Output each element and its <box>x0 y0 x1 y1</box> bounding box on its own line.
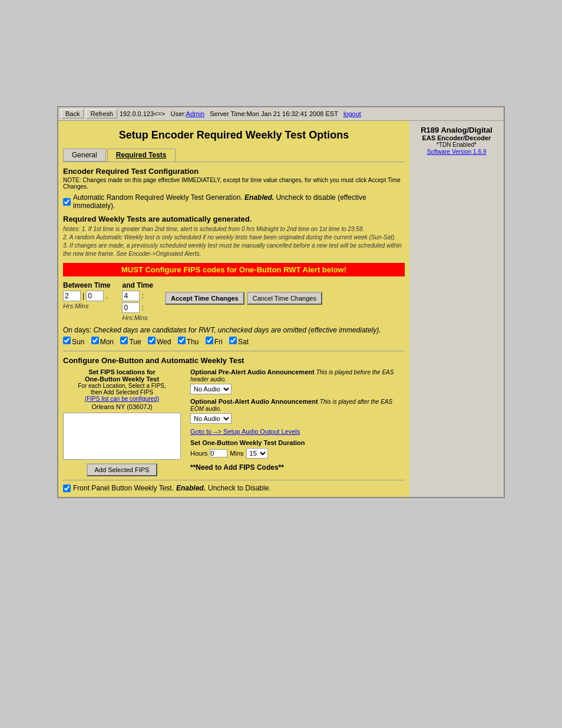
device-name: R189 Analog/Digital <box>414 126 499 134</box>
duration-mins-label: Mins <box>230 450 243 457</box>
front-panel-label: Front Panel Button Weekly Test. <box>73 484 174 492</box>
days-label: On days: <box>63 326 91 334</box>
page-title: Setup Encoder Required Weekly Test Optio… <box>63 126 405 145</box>
day-sat-checkbox[interactable] <box>229 337 237 344</box>
fips-location: Orleans NY (03607J) <box>63 403 181 410</box>
between-time-group: Between Time | . Hrs:Mins <box>63 281 110 309</box>
browser-url: 192.0.0.123<=> User:Admin Server Time:Mo… <box>120 110 361 117</box>
fips-config-link[interactable]: (FIPS list can be configured) <box>63 396 181 402</box>
and-time-group: and Time : : Hrs:Mins <box>122 281 153 321</box>
day-mon-label: Mon <box>91 338 116 346</box>
day-sun-label: Sun <box>63 338 87 346</box>
and-time-label: and Time <box>122 281 153 289</box>
front-panel-uncheck: Uncheck to Disable. <box>208 484 271 492</box>
fips-instruction: For each Location, Select a FIPS, <box>63 383 181 389</box>
device-sub: EAS Encoder/Decoder <box>414 134 499 141</box>
between-hrs-mins: Hrs:Mins <box>63 302 110 309</box>
rwt-title: Required Weekly Tests are automatically … <box>63 215 405 223</box>
user-link[interactable]: Admin <box>186 110 204 117</box>
tdn-status: *TDN Enabled* <box>414 141 499 148</box>
and-hrs-input[interactable] <box>122 291 140 301</box>
refresh-button[interactable]: Refresh <box>86 109 117 118</box>
fips-one-button: One-Button Weekly Test <box>63 375 181 383</box>
fips-section: Set FIPS locations for One-Button Weekly… <box>63 368 181 476</box>
add-fips-button[interactable]: Add Selected FIPS <box>87 463 158 476</box>
between-hrs-input[interactable] <box>63 291 81 301</box>
duration-inputs: Hours Mins 15 <box>190 448 405 459</box>
config-layout: Set FIPS locations for One-Button Weekly… <box>63 368 405 476</box>
day-tue-label: Tue <box>120 338 143 346</box>
auto-checkbox[interactable] <box>63 198 71 206</box>
logout-link[interactable]: logout <box>343 110 361 117</box>
front-panel-enabled: Enabled. <box>176 484 206 492</box>
day-fri-label: Fri <box>206 338 224 346</box>
duration-hours-input[interactable] <box>210 449 227 457</box>
fips-then: then Add Selected FIPS <box>63 389 181 396</box>
day-tue-checkbox[interactable] <box>120 337 128 344</box>
time-buttons: Accept Time Changes Cancel Time Changes <box>165 292 322 305</box>
config-note: NOTE: Changes made on this page effectiv… <box>63 177 405 190</box>
day-sat-label: Sat <box>229 338 249 346</box>
front-panel-row: Front Panel Button Weekly Test. Enabled.… <box>63 480 405 492</box>
day-mon-checkbox[interactable] <box>91 337 99 344</box>
tab-general[interactable]: General <box>63 149 106 162</box>
accept-time-button[interactable]: Accept Time Changes <box>165 292 244 305</box>
auto-label: Automatic Random Required Weekly Test Ge… <box>73 193 405 210</box>
audio-levels-link[interactable]: Goto to --> Setup Audio Output Levels <box>190 428 300 435</box>
needs-fips: **Need to Add FIPS Codes** <box>190 463 405 472</box>
and-hrs-mins: Hrs:Mins <box>122 314 153 321</box>
days-note: Checked days are candidates for RWT, unc… <box>93 326 381 334</box>
sidebar-right: R189 Analog/Digital EAS Encoder/Decoder … <box>409 121 504 497</box>
duration-row: Set One-Button Weekly Test Duration <box>190 439 405 446</box>
software-ver-link[interactable]: Software Version 1.6.9 <box>427 149 487 155</box>
day-wed-checkbox[interactable] <box>148 337 156 344</box>
duration-hours-label: Hours <box>190 450 207 457</box>
between-mins-input[interactable] <box>86 291 104 301</box>
and-mins-input[interactable] <box>122 302 140 313</box>
front-panel-checkbox[interactable] <box>63 485 71 492</box>
section-title: Encoder Required Test Configuration <box>63 167 405 176</box>
post-alert-label: Optional Post-Alert Audio Announcement T… <box>190 398 405 412</box>
tabs-row: General Required Tests <box>63 149 405 162</box>
config-title: Configure One-Button and Automatic Weekl… <box>63 356 405 365</box>
alert-banner: MUST Configure FIPS codes for One-Button… <box>63 263 405 276</box>
tab-required-tests[interactable]: Required Tests <box>107 149 176 162</box>
fips-listbox[interactable] <box>63 413 181 460</box>
days-row: On days: Checked days are candidates for… <box>63 326 405 346</box>
audio-section: Optional Pre-Alert Audio Announcement Th… <box>190 368 405 476</box>
auto-check-row: Automatic Random Required Weekly Test Ge… <box>63 193 405 210</box>
duration-mins-select[interactable]: 15 <box>246 448 268 459</box>
pre-alert-select[interactable]: No Audio <box>190 384 232 394</box>
day-sun-checkbox[interactable] <box>63 337 71 344</box>
day-thu-label: Thu <box>178 338 201 346</box>
time-config-section: Between Time | . Hrs:Mins and Time <box>63 281 405 321</box>
day-wed-label: Wed <box>148 338 173 346</box>
between-time-label: Between Time <box>63 281 110 289</box>
fips-set-title: Set FIPS locations for <box>63 368 181 375</box>
day-fri-checkbox[interactable] <box>206 337 213 344</box>
post-alert-select[interactable]: No Audio <box>190 413 232 424</box>
cancel-time-button[interactable]: Cancel Time Changes <box>247 292 322 305</box>
pre-alert-label: Optional Pre-Alert Audio Announcement Th… <box>190 368 405 383</box>
notes-section: Notes: 1. If 1st time is greater than 2n… <box>63 225 405 258</box>
day-thu-checkbox[interactable] <box>178 337 186 344</box>
back-button[interactable]: Back <box>61 109 84 118</box>
